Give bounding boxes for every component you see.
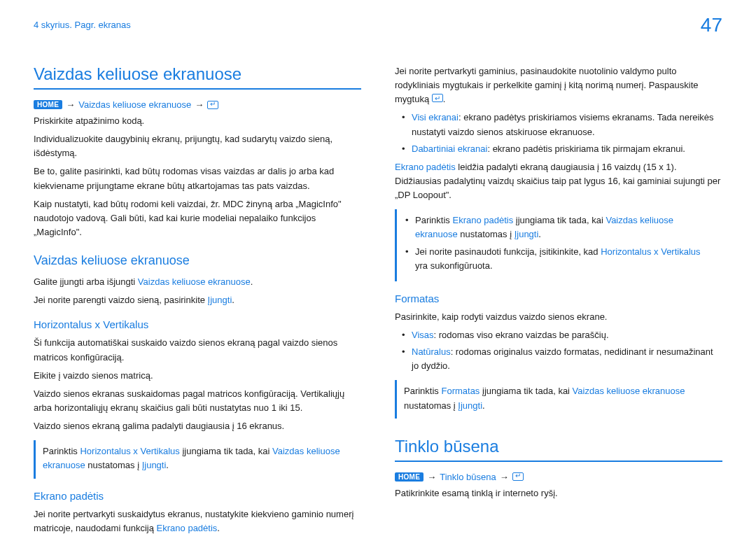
body-text: Ši funkcija automatiškai suskaido vaizdo… [34,336,361,364]
body-text: Galite įjungti arba išjungti Vaizdas kel… [34,275,361,289]
note-box: Parinktis Formatas įjungiama tik tada, k… [395,380,722,418]
body-text: Jei norite parengti vaizdo sieną, pasiri… [34,293,361,307]
right-column: Jei norite pertvarkyti gaminius, pasinau… [395,64,722,534]
note-text: Parinktis Formatas įjungiama tik tada, k… [404,384,715,412]
home-badge: HOME [395,472,424,482]
body-text: Jei norite pertvarkyti gaminius, pasinau… [395,64,722,106]
body-text: Kaip nustatyti, kad būtų rodomi keli vai… [34,197,361,239]
subheading-horizontalus: Horizontalus x Vertikalus [34,318,361,330]
chapter-label: 4 skyrius. Pagr. ekranas [34,14,131,30]
enter-icon [432,94,443,102]
section-title-vaizdas: Vaizdas keliuose ekranuose [34,64,361,90]
body-text: Vaizdo sienos ekraną galima padalyti dau… [34,419,361,433]
breadcrumb-link: Vaizdas keliuose ekranuose [78,99,191,110]
note-box: Parinktis Horizontalus x Vertikalus įjun… [34,440,361,478]
page-header: 4 skyrius. Pagr. ekranas 47 [34,14,722,36]
list-item: Visas: rodomas viso ekrano vaizdas be pa… [405,328,722,342]
breadcrumb-link: Tinklo būsena [440,472,496,482]
body-text: Ekrano padėtis leidžia padalyti ekraną d… [395,160,722,202]
content-columns: Vaizdas keliuose ekranuose HOME → Vaizda… [34,64,722,534]
body-text: Patikrinkite esamą tinklą ir interneto r… [395,486,722,500]
body-text: Vaizdo sienos ekranas suskaidomas pagal … [34,387,361,415]
subheading-formatas: Formatas [395,293,722,304]
note-box: Parinktis Ekrano padėtis įjungiama tik t… [395,209,722,281]
body-text: Priskirkite atpažinimo kodą. [34,114,361,128]
body-text: Be to, galite pasirinkti, kad būtų rodom… [34,164,361,192]
home-badge: HOME [34,100,62,109]
bullet-list: Visi ekranai: ekrano padėtys priskiriamo… [395,111,722,155]
list-item: Jei norite pasinaudoti funkcija, įsitiki… [408,245,715,273]
subheading-ekrano-padetis: Ekrano padėtis [34,490,361,502]
arrow-icon: → [500,472,509,482]
list-item: Parinktis Ekrano padėtis įjungiama tik t… [408,213,715,241]
note-list: Parinktis Ekrano padėtis įjungiama tik t… [404,213,715,273]
bullet-list: Visas: rodomas viso ekrano vaizdas be pa… [395,328,722,373]
list-item: Dabartiniai ekranai: ekrano padėtis pris… [405,142,722,156]
enter-icon [512,472,524,481]
body-text: Individualizuokite daugybinių ekranų, pr… [34,132,361,160]
list-item: Natūralus: rodomas originalus vaizdo for… [405,345,722,373]
breadcrumb-tinklo: HOME → Tinklo būsena → [395,472,722,482]
arrow-icon: → [66,99,75,110]
arrow-icon: → [195,99,204,110]
breadcrumb-vaizdas: HOME → Vaizdas keliuose ekranuose → [34,99,361,110]
section-title-tinklo: Tinklo būsena [395,437,722,462]
note-text: Parinktis Horizontalus x Vertikalus įjun… [43,444,354,472]
enter-icon [207,101,218,109]
arrow-icon: → [427,472,436,482]
list-item: Visi ekranai: ekrano padėtys priskiriamo… [405,111,722,139]
body-text: Jei norite pertvarkyti suskaidytus ekran… [34,507,361,534]
left-column: Vaizdas keliuose ekranuose HOME → Vaizda… [34,64,361,534]
body-text: Eikite į vaizdo sienos matricą. [34,369,361,383]
subheading-vaizdas: Vaizdas keliuose ekranuose [34,253,361,268]
page-number: 47 [701,14,722,36]
body-text: Pasirinkite, kaip rodyti vaizdus vaizdo … [395,310,722,324]
